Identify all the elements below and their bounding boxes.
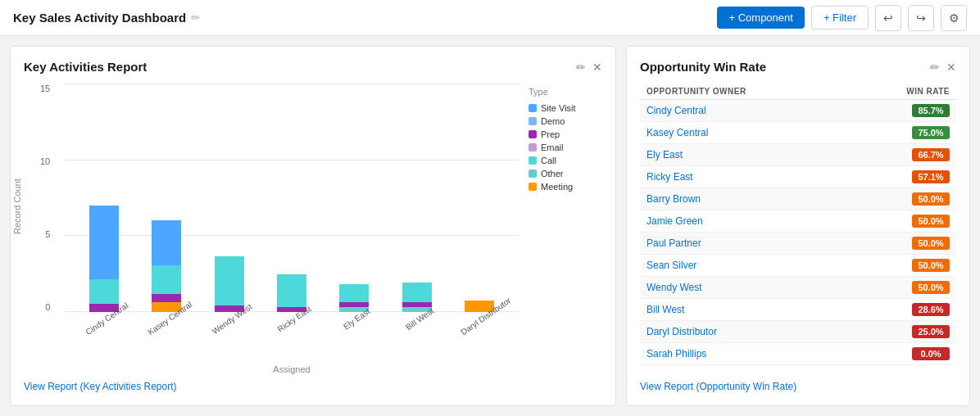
y-tick-0: 0 — [45, 302, 50, 312]
legend-dot-sitevisit — [529, 104, 537, 112]
legend-label-demo: Demo — [541, 116, 565, 126]
legend-item-prep: Prep — [529, 129, 602, 139]
key-activities-close-icon[interactable]: ✕ — [592, 61, 602, 74]
bar-kasey — [152, 220, 181, 312]
header: Key Sales Activity Dashboard ✏ + Compone… — [0, 0, 980, 36]
legend-label-email: Email — [541, 142, 564, 152]
owner-name: Cindy Central — [647, 105, 912, 116]
bar-cindy — [89, 206, 119, 312]
key-activities-actions: ✏ ✕ — [576, 61, 602, 74]
bar-seg — [152, 220, 181, 265]
redo-button[interactable]: ↪ — [908, 5, 934, 31]
owner-name: Sean Silver — [647, 260, 912, 271]
key-activities-title: Key Activities Report — [24, 60, 147, 74]
win-rate-badge: 50.0% — [912, 237, 950, 250]
bars-grid: 15 10 5 0 — [65, 84, 519, 361]
legend-item-call: Call — [529, 156, 602, 165]
opp-card-actions: ✏ ✕ — [930, 61, 956, 74]
win-rate-badge: 50.0% — [912, 259, 950, 272]
legend-type-label: Type — [529, 87, 602, 97]
opp-close-icon[interactable]: ✕ — [946, 61, 956, 74]
owner-name: Paul Partner — [647, 237, 912, 249]
legend-dot-email — [529, 143, 537, 151]
main-content: Key Activities Report ✏ ✕ Record Count 1… — [0, 36, 980, 416]
chart-body: 15 10 5 0 — [65, 84, 519, 374]
y-tick-5: 5 — [45, 229, 50, 239]
win-rate-badge: 50.0% — [912, 192, 950, 206]
bar-seg — [277, 274, 306, 307]
key-activities-header: Key Activities Report ✏ ✕ — [24, 60, 602, 74]
legend-item-demo: Demo — [529, 116, 602, 126]
bar-seg — [402, 283, 432, 302]
win-rate-badge: 57.1% — [912, 170, 950, 183]
owner-name: Daryl Distributor — [647, 326, 912, 337]
bar-wendy — [215, 256, 244, 312]
table-row: Barry Brown50.0% — [640, 188, 956, 210]
table-row: Ricky East57.1% — [640, 166, 956, 188]
bar-seg — [152, 294, 181, 302]
bars-row — [65, 84, 519, 312]
filter-button[interactable]: + Filter — [811, 6, 869, 29]
owner-name: Ricky East — [647, 171, 912, 183]
add-component-button[interactable]: + Component — [717, 7, 804, 29]
owner-name: Bill West — [647, 304, 912, 315]
opp-edit-icon[interactable]: ✏ — [930, 61, 940, 74]
win-rate-badge: 75.0% — [912, 126, 950, 139]
legend-item-other: Other — [529, 169, 602, 179]
bar-stack-wendy — [215, 256, 244, 312]
legend-dot-call — [529, 156, 537, 165]
legend-item-sitevisit: Site Visit — [529, 103, 602, 113]
table-row: Paul Partner50.0% — [640, 233, 956, 255]
settings-button[interactable]: ⚙ — [941, 5, 967, 31]
dashboard-edit-icon[interactable]: ✏ — [191, 11, 200, 24]
bar-seg — [89, 279, 119, 304]
table-row: Kasey Central75.0% — [640, 122, 956, 144]
chart-container: Record Count 15 10 5 0 — [24, 84, 602, 374]
win-rate-badge: 0.0% — [912, 347, 950, 360]
bar-seg — [215, 256, 244, 305]
bar-seg — [152, 265, 181, 294]
legend-item-meeting: Meeting — [529, 182, 602, 192]
legend-label-other: Other — [541, 169, 564, 179]
table-row: Daryl Distributor25.0% — [640, 321, 956, 343]
owner-name: Wendy West — [647, 282, 912, 293]
key-activities-edit-icon[interactable]: ✏ — [576, 61, 586, 74]
x-axis-title: Assigned — [65, 364, 519, 374]
table-row: Bill West28.6% — [640, 299, 956, 321]
table-header: OPPORTUNITY OWNER WIN RATE — [640, 84, 956, 100]
undo-button[interactable]: ↩ — [875, 5, 901, 31]
bar-stack-ricky — [277, 274, 306, 312]
legend-dot-meeting — [529, 183, 537, 191]
table-row: Sarah Phillips0.0% — [640, 343, 956, 365]
key-activities-view-report[interactable]: View Report (Key Activities Report) — [24, 381, 602, 392]
legend-label-call: Call — [541, 156, 556, 165]
table-row: Ely East66.7% — [640, 144, 956, 166]
bar-stack-cindy — [89, 206, 119, 312]
dashboard-title: Key Sales Activity Dashboard — [13, 11, 186, 25]
opp-table-body: Cindy Central85.7%Kasey Central75.0%Ely … — [640, 100, 956, 365]
chart-with-yaxis: Record Count 15 10 5 0 — [24, 84, 519, 374]
owner-name: Jamie Green — [647, 215, 912, 227]
chart-legend: Type Site Visit Demo Prep — [529, 84, 602, 374]
owner-name: Sarah Phillips — [647, 348, 912, 359]
opp-table: OPPORTUNITY OWNER WIN RATE Cindy Central… — [640, 84, 956, 374]
bar-seg — [339, 284, 369, 302]
col-owner-header: OPPORTUNITY OWNER — [647, 87, 746, 96]
opp-card-header: Opportunity Win Rate ✏ ✕ — [640, 60, 956, 74]
win-rate-badge: 25.0% — [912, 325, 950, 338]
col-winrate-header: WIN RATE — [906, 87, 950, 96]
legend-item-email: Email — [529, 142, 602, 152]
owner-name: Kasey Central — [647, 127, 912, 138]
header-right: + Component + Filter ↩ ↪ ⚙ — [717, 5, 967, 31]
header-left: Key Sales Activity Dashboard ✏ — [13, 11, 200, 25]
win-rate-badge: 28.6% — [912, 303, 950, 316]
legend-dot-demo — [529, 117, 537, 125]
owner-name: Ely East — [647, 149, 912, 161]
win-rate-badge: 85.7% — [912, 104, 950, 117]
opp-card-title: Opportunity Win Rate — [640, 60, 766, 74]
key-activities-card: Key Activities Report ✏ ✕ Record Count 1… — [10, 46, 616, 406]
table-row: Cindy Central85.7% — [640, 100, 956, 122]
opp-view-report[interactable]: View Report (Opportunity Win Rate) — [640, 381, 956, 392]
table-row: Wendy West50.0% — [640, 277, 956, 299]
x-labels: Cindy Central Kasey Central Wendy West R… — [65, 312, 519, 361]
